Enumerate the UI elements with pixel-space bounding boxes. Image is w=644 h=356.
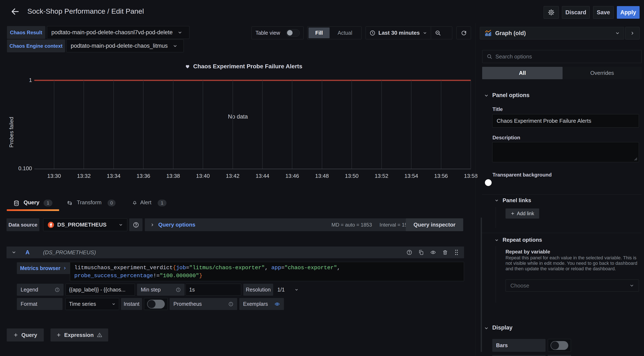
zoom-out-button[interactable]	[431, 27, 445, 39]
info-circle-icon	[55, 287, 60, 292]
repeat-options-chevron-icon[interactable]	[494, 238, 499, 242]
grafana-edit-panel: Sock-Shop Performance / Edit Panel Disca…	[0, 0, 644, 356]
alert-count-badge: 1	[158, 200, 166, 206]
section-divider	[482, 233, 642, 233]
tab-alert[interactable]: Alert	[140, 199, 151, 206]
actual-option[interactable]: Actual	[330, 30, 360, 36]
format-select[interactable]: Time series	[66, 298, 119, 310]
drag-handle-icon[interactable]	[454, 249, 459, 256]
panel-title-input[interactable]: Chaos Experiment Probe Failure Alerts	[492, 114, 639, 128]
bars-toggle[interactable]	[550, 341, 568, 350]
repeat-options-header: Repeat options	[502, 237, 542, 243]
search-options-input[interactable]: Search options	[482, 50, 642, 63]
chart-title-row: Chaos Experiment Probe Failure Alerts	[185, 63, 302, 70]
plus-icon	[13, 333, 18, 338]
panel-description-textarea[interactable]	[492, 142, 639, 162]
metrics-browser-button[interactable]: Metrics browser	[17, 262, 70, 274]
tab-transform[interactable]: Transform	[77, 199, 102, 206]
x-tick-label: 13:52	[372, 173, 391, 179]
exemplars-eye-icon[interactable]	[274, 301, 280, 307]
chevron-down-icon	[173, 44, 178, 48]
time-range-picker[interactable]: Last 30 minutes	[366, 27, 431, 39]
query-options-toggle[interactable]: Query options	[158, 221, 195, 228]
promql-expression[interactable]: litmuschaos_experiment_verdict{job="litm…	[70, 262, 464, 281]
query-ref-id: A	[26, 249, 30, 256]
gridline	[84, 80, 84, 169]
tab-overrides[interactable]: Overrides	[562, 67, 642, 79]
no-data-overlay: No data	[228, 114, 248, 120]
series-line	[34, 80, 471, 81]
query-row-header[interactable]: A (DS_PROMETHEUS)	[6, 246, 464, 258]
x-tick-label: 13:34	[104, 173, 123, 179]
hide-query-eye-icon[interactable]	[430, 249, 436, 255]
transform-icon	[66, 200, 73, 206]
tab-query[interactable]: Query	[24, 199, 39, 206]
apply-button[interactable]: Apply	[617, 6, 640, 19]
transform-count-badge: 0	[108, 200, 116, 206]
refresh-button[interactable]	[456, 26, 471, 39]
chaos-result-var-select[interactable]: podtato-main-pod-delete-chaosnl7vd-pod-d…	[47, 26, 190, 39]
instant-field-label: Instant	[121, 298, 142, 310]
legend-format-input[interactable]: {{app_label}} - {{chaos...	[66, 284, 135, 296]
question-circle-icon	[133, 222, 139, 228]
chevron-down-icon	[615, 31, 620, 35]
display-chevron-icon[interactable]	[484, 326, 489, 331]
query-ref-datasource: (DS_PROMETHEUS)	[43, 249, 96, 256]
query-help-icon[interactable]	[406, 249, 412, 255]
back-button[interactable]	[9, 6, 21, 17]
discard-button[interactable]: Discard	[562, 6, 590, 19]
chevron-down-icon	[295, 288, 298, 292]
chevron-down-icon	[119, 223, 123, 227]
repeat-description: Repeat this panel for each value in the …	[506, 255, 640, 272]
table-view-control: Table view	[252, 26, 304, 39]
query-inspector-button[interactable]: Query inspector	[406, 218, 463, 231]
instant-toggle-box	[144, 298, 168, 310]
x-tick-label: 13:30	[44, 173, 64, 179]
save-button[interactable]: Save	[593, 6, 614, 19]
add-expression-button[interactable]: Expression	[50, 329, 108, 342]
options-tabs: All Overrides	[482, 67, 642, 79]
chevron-right-icon	[630, 31, 635, 35]
format-field-label: Format	[17, 298, 62, 310]
x-tick-label: 13:36	[134, 173, 153, 179]
plot-area[interactable]: No data	[34, 80, 471, 169]
refresh-icon	[461, 30, 467, 36]
panel-links-chevron-icon[interactable]	[494, 198, 499, 202]
panel-links-header: Panel links	[502, 197, 531, 204]
chevron-down-icon	[12, 250, 16, 255]
x-tick-label: 13:42	[223, 173, 242, 179]
panel-options-chevron-icon[interactable]	[484, 93, 489, 98]
arrow-left-icon	[10, 7, 20, 16]
bars-toggle-box	[548, 339, 571, 352]
min-step-input[interactable]: 1s	[186, 284, 241, 296]
gridline	[381, 80, 382, 169]
table-view-toggle[interactable]	[286, 29, 300, 37]
gridline	[292, 80, 292, 169]
gridline	[232, 80, 233, 169]
datasource-select[interactable]: DS_PROMETHEUS	[43, 218, 127, 231]
instant-toggle[interactable]	[147, 300, 165, 309]
warning-triangle-icon	[96, 332, 102, 338]
panel-settings-button[interactable]	[544, 6, 559, 19]
chaos-engine-var-label: Chaos Engine context	[7, 39, 65, 52]
tab-all[interactable]: All	[482, 67, 562, 79]
scrollbar-thumb[interactable]	[481, 217, 482, 352]
panel-options-header: Panel options	[492, 92, 530, 99]
repeat-by-variable-label: Repeat by variable	[506, 249, 550, 255]
repeat-variable-select[interactable]: Choose	[506, 280, 639, 292]
duplicate-query-icon[interactable]	[418, 249, 424, 255]
chaos-engine-var-select[interactable]: podtato-main-pod-delete-chaos_litmus	[66, 39, 184, 52]
datasource-help-button[interactable]	[129, 218, 142, 231]
add-link-button[interactable]: Add link	[506, 208, 539, 218]
chevron-right-icon	[63, 266, 67, 270]
delete-query-trash-icon[interactable]	[442, 249, 448, 255]
x-tick-label: 13:32	[74, 173, 93, 179]
collapse-sidebar-button[interactable]	[625, 27, 640, 39]
resize-handle-icon[interactable]	[634, 157, 638, 161]
visualization-select[interactable]: Graph (old)	[480, 27, 624, 39]
add-query-button[interactable]: Query	[7, 329, 44, 342]
gridline	[114, 80, 114, 169]
fill-option[interactable]: Fill	[308, 27, 330, 38]
heart-icon	[185, 64, 190, 69]
resolution-select[interactable]: 1/1	[274, 284, 302, 296]
